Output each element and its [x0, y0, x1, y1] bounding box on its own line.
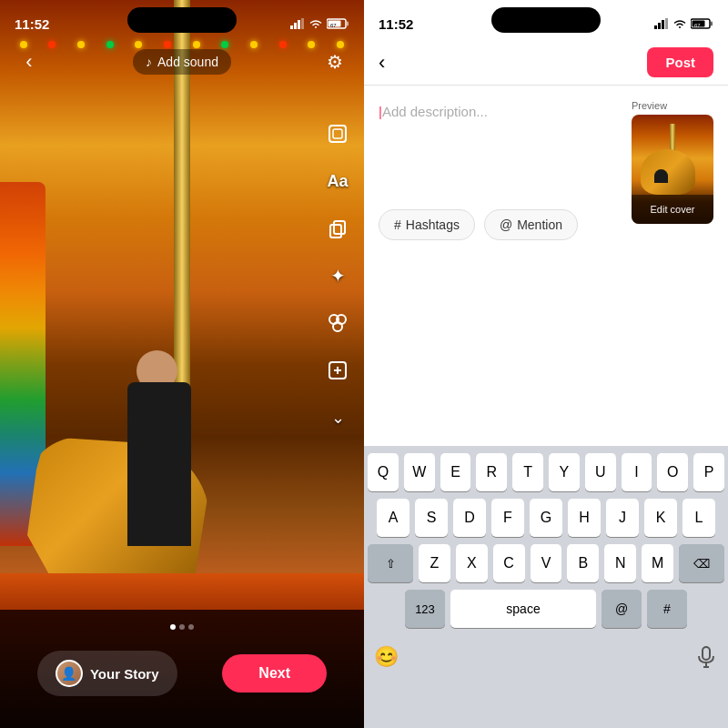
- preview-label: Preview: [632, 100, 713, 111]
- add-sound-label: Add sound: [157, 55, 218, 69]
- description-input[interactable]: |Add description...: [379, 100, 621, 123]
- mention-tag[interactable]: @ Mention: [484, 209, 578, 240]
- back-button-right[interactable]: ‹: [379, 51, 385, 75]
- shift-key[interactable]: ⇧: [368, 544, 413, 582]
- signal-icon-right: [654, 18, 669, 29]
- key-e[interactable]: E: [440, 453, 471, 491]
- key-g[interactable]: G: [530, 499, 562, 537]
- sticker-tool[interactable]: [322, 118, 353, 149]
- svg-rect-20: [662, 20, 664, 29]
- your-story-button[interactable]: 👤 Your Story: [37, 651, 177, 696]
- key-r[interactable]: R: [476, 453, 507, 491]
- key-u[interactable]: U: [585, 453, 616, 491]
- key-s[interactable]: S: [415, 499, 448, 537]
- battery-icon-right: 67: [691, 18, 713, 29]
- key-c[interactable]: C: [493, 544, 525, 582]
- key-a[interactable]: A: [377, 499, 410, 537]
- svg-rect-10: [334, 221, 345, 234]
- svg-text:67: 67: [330, 23, 337, 28]
- effects-tool[interactable]: [322, 308, 353, 339]
- post-button[interactable]: Post: [647, 47, 713, 77]
- key-i[interactable]: I: [622, 453, 652, 491]
- avatar: 👤: [56, 660, 83, 687]
- thumb-image: Edit cover: [632, 115, 713, 224]
- svg-rect-0: [290, 25, 293, 29]
- key-row-2: A S D F G H J K L: [368, 499, 724, 537]
- wifi-icon-right: [672, 18, 687, 29]
- key-row-1: Q W E R T Y U I O P: [368, 453, 724, 491]
- wifi-icon: [308, 18, 323, 29]
- hashtags-tag[interactable]: # Hashtags: [379, 209, 475, 240]
- key-row-4: 123 space @ #: [368, 590, 724, 628]
- right-tools: Aa ✦ ⌄: [322, 118, 353, 433]
- battery-icon: 67: [327, 18, 349, 29]
- tags-row: # Hashtags @ Mention: [379, 209, 578, 240]
- copy-tool[interactable]: [322, 213, 353, 244]
- time-display: 11:52: [15, 16, 49, 32]
- emoji-button[interactable]: 😊: [368, 639, 404, 675]
- svg-rect-21: [665, 18, 668, 29]
- svg-point-14: [333, 322, 342, 331]
- right-phone: 11:52 67 ‹ Post: [364, 0, 728, 728]
- edit-cover-overlay[interactable]: Edit cover: [632, 195, 713, 224]
- microphone-button[interactable]: [688, 639, 724, 675]
- svg-rect-3: [301, 18, 304, 29]
- dynamic-island: [127, 7, 237, 33]
- svg-rect-2: [298, 20, 300, 29]
- settings-button[interactable]: ⚙: [320, 47, 349, 76]
- svg-rect-8: [329, 126, 346, 142]
- text-tool[interactable]: Aa: [322, 166, 353, 197]
- delete-key[interactable]: ⌫: [679, 544, 724, 582]
- key-j[interactable]: J: [606, 499, 639, 537]
- svg-rect-5: [347, 22, 349, 26]
- key-v[interactable]: V: [531, 544, 562, 582]
- svg-rect-26: [703, 647, 710, 660]
- key-o[interactable]: O: [657, 453, 688, 491]
- key-hash[interactable]: #: [647, 590, 687, 628]
- key-z[interactable]: Z: [419, 544, 450, 582]
- key-d[interactable]: D: [453, 499, 486, 537]
- bottom-bar: 👤 Your Story Next: [0, 637, 364, 728]
- key-b[interactable]: B: [567, 544, 599, 582]
- svg-rect-18: [654, 25, 657, 29]
- svg-rect-23: [711, 22, 713, 26]
- next-button[interactable]: Next: [222, 654, 327, 693]
- key-123[interactable]: 123: [405, 590, 445, 628]
- person-body: [127, 382, 191, 546]
- key-w[interactable]: W: [404, 453, 435, 491]
- key-f[interactable]: F: [491, 499, 524, 537]
- your-story-label: Your Story: [90, 666, 159, 682]
- key-q[interactable]: Q: [368, 453, 399, 491]
- key-k[interactable]: K: [644, 499, 677, 537]
- preview-thumbnail: Preview Edit cover: [632, 100, 713, 224]
- status-icons: 67: [290, 18, 349, 29]
- key-n[interactable]: N: [604, 544, 636, 582]
- add-sound-button[interactable]: ♪ Add sound: [133, 49, 231, 75]
- svg-rect-9: [333, 129, 342, 138]
- svg-rect-19: [658, 23, 661, 29]
- keyboard-bottom-bar: 😊: [364, 635, 728, 682]
- sparkle-tool[interactable]: ✦: [322, 260, 353, 291]
- key-y[interactable]: Y: [549, 453, 580, 491]
- space-key[interactable]: space: [450, 590, 596, 628]
- keyboard: Q W E R T Y U I O P A S D F G H J K: [364, 446, 728, 728]
- status-icons-right: 67: [654, 18, 713, 29]
- svg-rect-1: [294, 23, 297, 29]
- key-p[interactable]: P: [693, 453, 724, 491]
- back-button[interactable]: ‹: [15, 47, 44, 76]
- chevron-down-icon[interactable]: ⌄: [322, 402, 353, 433]
- person-figure: [109, 346, 237, 546]
- key-h[interactable]: H: [568, 499, 601, 537]
- add-media-tool[interactable]: [322, 355, 353, 386]
- svg-rect-11: [330, 225, 341, 238]
- dynamic-island-right: [491, 7, 601, 33]
- music-icon: ♪: [146, 55, 152, 69]
- key-m[interactable]: M: [642, 544, 673, 582]
- time-display-right: 11:52: [379, 16, 413, 32]
- key-x[interactable]: X: [456, 544, 488, 582]
- key-t[interactable]: T: [512, 453, 543, 491]
- top-nav: ‹ Post: [364, 40, 728, 86]
- key-l[interactable]: L: [682, 499, 715, 537]
- key-row-3: ⇧ Z X C V B N M ⌫: [368, 544, 724, 582]
- key-at[interactable]: @: [602, 590, 642, 628]
